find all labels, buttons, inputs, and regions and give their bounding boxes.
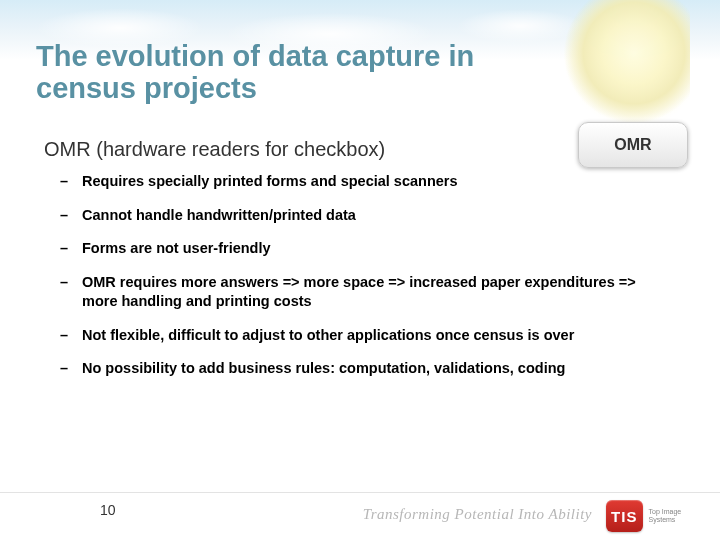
omr-badge-label: OMR	[614, 136, 651, 154]
footer-divider	[0, 492, 720, 493]
list-item: Forms are not user-friendly	[60, 239, 660, 259]
list-item: OMR requires more answers => more space …	[60, 273, 660, 312]
tis-logo-mark: TIS	[606, 500, 643, 532]
tis-logo: TIS Top Image Systems	[606, 496, 702, 536]
tis-logo-name: Top Image Systems	[649, 508, 702, 523]
list-item: No possibility to add business rules: co…	[60, 359, 660, 379]
bullet-list: Requires specially printed forms and spe…	[60, 172, 660, 393]
footer: Transforming Potential Into Ability TIS …	[0, 492, 720, 540]
slide: The evolution of data capture in census …	[0, 0, 720, 540]
omr-badge: OMR	[578, 122, 688, 168]
list-item: Cannot handle handwritten/printed data	[60, 206, 660, 226]
section-subtitle: OMR (hardware readers for checkbox)	[44, 138, 385, 161]
slide-title: The evolution of data capture in census …	[36, 40, 476, 105]
footer-tagline: Transforming Potential Into Ability	[363, 506, 592, 523]
list-item: Requires specially printed forms and spe…	[60, 172, 660, 192]
list-item: Not flexible, difficult to adjust to oth…	[60, 326, 660, 346]
